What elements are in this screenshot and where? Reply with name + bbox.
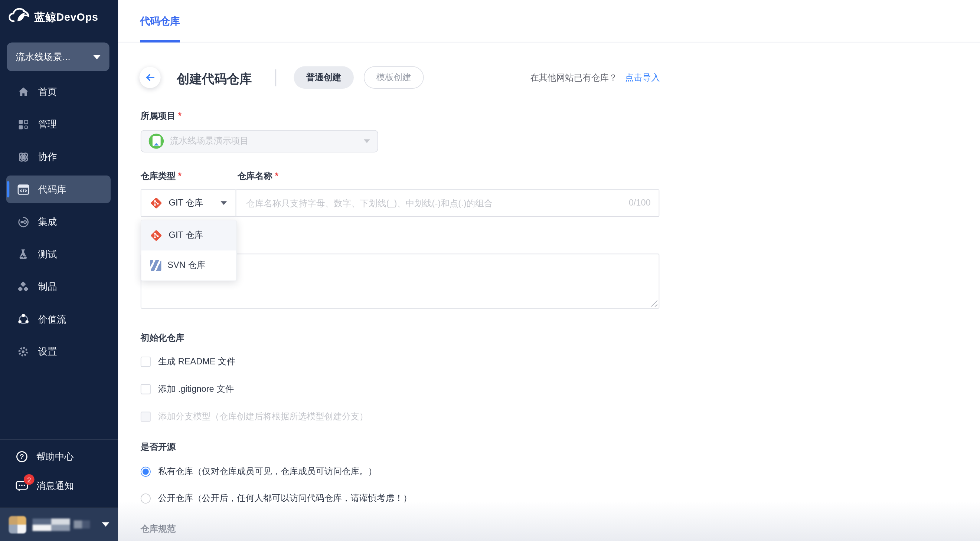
- sidebar-item-artifact[interactable]: 制品: [0, 271, 118, 303]
- project-switcher[interactable]: 流水线场景...: [7, 42, 110, 71]
- page-title: 创建代码仓库: [177, 70, 252, 87]
- checkbox-icon: [141, 412, 151, 422]
- test-icon: [17, 248, 29, 260]
- mode-template-button[interactable]: 模板创建: [364, 66, 424, 89]
- init-section-label: 初始化仓库: [141, 332, 185, 344]
- create-repo-form: 创建代码仓库 普通创建 模板创建 在其他网站已有仓库？ 点击导入 所属项目* 流…: [118, 42, 980, 541]
- mode-normal-button[interactable]: 普通创建: [294, 66, 354, 89]
- project-switcher-label: 流水线场景...: [16, 51, 93, 63]
- notifications[interactable]: 2 消息通知: [0, 473, 118, 498]
- checkbox-branch-model: 添加分支模型（仓库创建后将根据所选模型创建分支）: [141, 411, 368, 422]
- chevron-down-icon: [93, 54, 100, 59]
- sidebar-item-integrate[interactable]: 集成: [0, 206, 118, 238]
- repo-name-field: 0/100: [236, 189, 660, 217]
- checkbox-readme[interactable]: 生成 README 文件: [141, 356, 235, 367]
- home-icon: [17, 86, 29, 98]
- repo-name-label: 仓库名称*: [237, 171, 278, 182]
- app-window: 蓝鲸DevOps 流水线场景... 首页 管理 T: [0, 0, 980, 541]
- svn-icon: [150, 260, 161, 271]
- arrow-left-icon: [145, 72, 156, 83]
- repo-type-select[interactable]: GIT 仓库: [141, 189, 237, 217]
- collab-icon: T: [17, 151, 29, 163]
- sidebar-divider: [0, 439, 118, 440]
- integrate-icon: [17, 216, 29, 228]
- settings-icon: [17, 346, 29, 358]
- repo-type-dropdown: GIT 仓库 SVN 仓库: [141, 220, 237, 281]
- main-area: 代码仓库 创建代码仓库 普通创建 模板创建 在其他网站已有仓库？ 点击导入 所属…: [118, 0, 980, 541]
- tab-code-repository[interactable]: 代码仓库: [140, 0, 180, 42]
- bottom-fade: [118, 501, 980, 541]
- project-label: 所属项目*: [141, 111, 181, 122]
- checkbox-icon[interactable]: [141, 357, 151, 366]
- project-select[interactable]: 流水线场景演示项目: [141, 130, 378, 152]
- tab-bar: 代码仓库: [118, 0, 980, 42]
- sidebar-item-home[interactable]: 首页: [0, 76, 118, 108]
- checkbox-gitignore[interactable]: 添加 .gitignore 文件: [141, 384, 234, 395]
- radio-public[interactable]: 公开仓库（公开后，任何人都可以访问代码仓库，请谨慎考虑！）: [141, 493, 412, 504]
- repo-type-value: GIT 仓库: [169, 197, 221, 209]
- option-svn[interactable]: SVN 仓库: [142, 251, 237, 281]
- checkbox-icon[interactable]: [141, 384, 151, 394]
- user-menu[interactable]: [0, 507, 118, 541]
- apps-icon: [17, 118, 29, 131]
- message-icon: 2: [15, 479, 29, 493]
- repo-type-label: 仓库类型*: [141, 171, 181, 182]
- help-icon: ?: [15, 450, 29, 463]
- git-icon: [150, 197, 162, 209]
- chevron-down-icon: [364, 139, 370, 143]
- blueking-logo-icon: [9, 8, 30, 26]
- divider: [275, 70, 276, 86]
- brand: 蓝鲸DevOps: [9, 8, 99, 26]
- option-git[interactable]: GIT 仓库: [142, 221, 237, 251]
- sidebar-item-test[interactable]: 测试: [0, 238, 118, 271]
- svg-text:T: T: [22, 155, 24, 159]
- radio-icon-selected[interactable]: [141, 467, 151, 477]
- codelib-icon: [17, 183, 29, 195]
- svg-text:?: ?: [20, 453, 24, 460]
- username-redacted-2: [74, 520, 90, 528]
- sidebar-item-manage[interactable]: 管理: [0, 108, 118, 141]
- git-icon: [150, 229, 162, 242]
- chevron-down-icon: [221, 201, 227, 205]
- import-hint: 在其他网站已有仓库？: [530, 72, 618, 82]
- sidebar: 蓝鲸DevOps 流水线场景... 首页 管理 T: [0, 0, 118, 541]
- chevron-down-icon: [102, 522, 109, 527]
- project-avatar-icon: [149, 133, 164, 148]
- active-indicator: [7, 181, 10, 197]
- spec-section-label: 仓库规范: [141, 524, 176, 535]
- notification-badge: 2: [24, 474, 35, 485]
- brand-name: 蓝鲸DevOps: [35, 10, 99, 24]
- required-asterisk: *: [178, 111, 181, 121]
- radio-private[interactable]: 私有仓库（仅对仓库成员可见，仓库成员可访问仓库。）: [141, 466, 377, 477]
- import-link[interactable]: 点击导入: [625, 72, 660, 82]
- char-counter: 0/100: [629, 197, 651, 208]
- repo-name-input[interactable]: [236, 189, 660, 217]
- help-center[interactable]: ? 帮助中心: [0, 444, 118, 469]
- avatar: [9, 516, 26, 533]
- radio-icon[interactable]: [141, 493, 151, 503]
- import-area: 在其他网站已有仓库？ 点击导入: [530, 72, 660, 84]
- sidebar-item-settings[interactable]: 设置: [0, 335, 118, 368]
- value-stream-icon: [17, 313, 29, 326]
- sidebar-item-value-stream[interactable]: 价值流: [0, 303, 118, 336]
- resize-handle-icon[interactable]: [651, 300, 658, 307]
- visibility-section-label: 是否开源: [141, 441, 176, 453]
- sidebar-nav: 首页 管理 T 协作 代码库: [0, 76, 118, 368]
- artifact-icon: [17, 281, 29, 293]
- project-select-value: 流水线场景演示项目: [170, 135, 364, 147]
- sidebar-item-collab[interactable]: T 协作: [0, 141, 118, 173]
- sidebar-item-codelib[interactable]: 代码库: [0, 173, 118, 206]
- back-button[interactable]: [139, 67, 161, 88]
- username-redacted: [33, 518, 70, 531]
